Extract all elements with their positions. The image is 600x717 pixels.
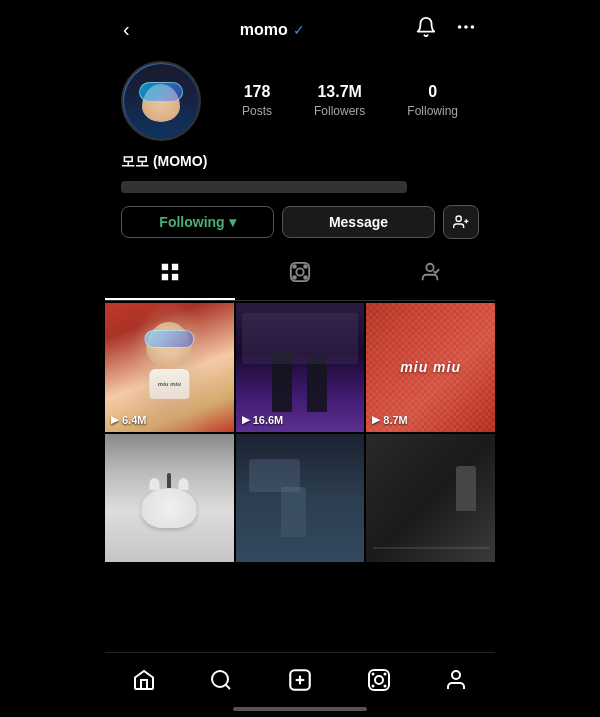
profile-name: 모모 (MOMO)	[121, 153, 479, 171]
tab-tagged[interactable]	[365, 251, 495, 300]
notification-bell-button[interactable]	[413, 14, 439, 45]
home-icon	[132, 668, 156, 692]
grid-item-2[interactable]: ▶ 16.6M	[236, 303, 365, 432]
search-icon	[209, 668, 233, 692]
count-label-2: 16.6M	[253, 414, 284, 426]
face-shape	[147, 322, 192, 367]
svg-point-27	[371, 673, 374, 676]
verified-icon: ✓	[293, 22, 305, 38]
svg-rect-6	[162, 264, 168, 270]
media-grid: miu miu ▶ 6.4M ▶ 16.6M	[105, 303, 495, 562]
reels-nav-icon	[367, 668, 391, 692]
nav-search[interactable]	[197, 664, 245, 696]
svg-point-28	[383, 673, 386, 676]
svg-point-26	[375, 676, 383, 684]
view-count-1: ▶ 6.4M	[111, 414, 146, 426]
miu-miu-text: miu miu	[158, 381, 181, 387]
home-indicator	[233, 707, 367, 711]
posts-label: Posts	[242, 104, 272, 118]
followers-stat[interactable]: 13.7M Followers	[314, 83, 365, 119]
cell-1-content: miu miu	[131, 322, 208, 399]
grid-item-5[interactable]	[236, 434, 365, 563]
following-label: Following	[407, 104, 458, 118]
home-indicator-container	[105, 699, 495, 711]
avatar-inner	[124, 64, 198, 138]
tab-grid[interactable]	[105, 251, 235, 300]
back-button[interactable]: ‹	[121, 16, 132, 43]
cat-scene	[105, 434, 234, 563]
profile-top: 178 Posts 13.7M Followers 0 Following	[121, 61, 479, 141]
nav-home[interactable]	[120, 664, 168, 696]
add-person-icon	[453, 214, 469, 230]
count-label-1: 6.4M	[122, 414, 146, 426]
avatar-visor	[139, 82, 183, 102]
play-icon-1: ▶	[111, 414, 119, 425]
profile-icon	[444, 668, 468, 692]
svg-point-2	[471, 25, 475, 29]
figure-2	[307, 357, 327, 412]
tab-bar	[105, 251, 495, 301]
cat-ear-right	[179, 478, 189, 490]
bottom-spacer	[105, 562, 495, 642]
header-center: momo ✓	[240, 21, 305, 39]
header-icons	[413, 14, 479, 45]
following-count: 0	[407, 83, 458, 101]
horizontal-line	[373, 547, 489, 549]
cat-body	[142, 488, 197, 528]
bell-icon	[415, 16, 437, 38]
miu-miu-center-label: miu miu	[400, 359, 461, 375]
bag-shape: miu miu	[149, 369, 189, 399]
svg-point-30	[383, 685, 386, 688]
ceiling-light	[242, 313, 358, 364]
profile-section: 178 Posts 13.7M Followers 0 Following 모모…	[105, 53, 495, 239]
posts-count: 178	[242, 83, 272, 101]
cat-ear-left	[150, 478, 160, 490]
grid-item-3[interactable]: miu miu ▶ 8.7M	[366, 303, 495, 432]
avatar[interactable]	[121, 61, 201, 141]
svg-point-29	[371, 685, 374, 688]
count-label-3: 8.7M	[383, 414, 407, 426]
svg-point-3	[456, 216, 461, 221]
nav-create[interactable]	[275, 663, 325, 697]
grid-icon	[159, 261, 181, 288]
chevron-down-icon: ▾	[229, 214, 236, 230]
avatar-face	[124, 64, 198, 138]
svg-point-31	[452, 671, 460, 679]
username-label: momo	[240, 21, 288, 39]
person-figure	[281, 487, 306, 537]
svg-point-11	[296, 268, 303, 275]
stats-row: 178 Posts 13.7M Followers 0 Following	[221, 83, 479, 119]
tagged-icon	[419, 261, 441, 288]
tab-reels[interactable]	[235, 251, 365, 300]
grid-item-6[interactable]	[366, 434, 495, 563]
message-button[interactable]: Message	[282, 206, 435, 238]
view-count-2: ▶ 16.6M	[242, 414, 284, 426]
grid-svg-icon	[159, 261, 181, 283]
svg-rect-9	[172, 274, 178, 280]
following-button[interactable]: Following ▾	[121, 206, 274, 238]
bio-placeholder	[121, 181, 407, 193]
svg-point-14	[293, 276, 296, 279]
following-stat[interactable]: 0 Following	[407, 83, 458, 119]
header: ‹ momo ✓	[105, 0, 495, 53]
grid-item-4[interactable]	[105, 434, 234, 563]
add-friend-button[interactable]	[443, 205, 479, 239]
create-icon	[287, 667, 313, 693]
svg-point-1	[464, 25, 468, 29]
followers-label: Followers	[314, 104, 365, 118]
reels-icon	[289, 261, 311, 288]
play-icon-3: ▶	[372, 414, 380, 425]
svg-point-13	[304, 265, 307, 268]
posts-stat[interactable]: 178 Posts	[242, 83, 272, 119]
nav-reels[interactable]	[355, 664, 403, 696]
nav-profile[interactable]	[432, 664, 480, 696]
svg-point-16	[426, 264, 433, 271]
visor-shape	[144, 330, 194, 348]
more-icon	[455, 16, 477, 38]
more-options-button[interactable]	[453, 14, 479, 45]
followers-count: 13.7M	[314, 83, 365, 101]
grid-item-1[interactable]: miu miu ▶ 6.4M	[105, 303, 234, 432]
svg-point-12	[293, 265, 296, 268]
cat-container	[124, 473, 214, 523]
screen-glow	[249, 459, 300, 491]
